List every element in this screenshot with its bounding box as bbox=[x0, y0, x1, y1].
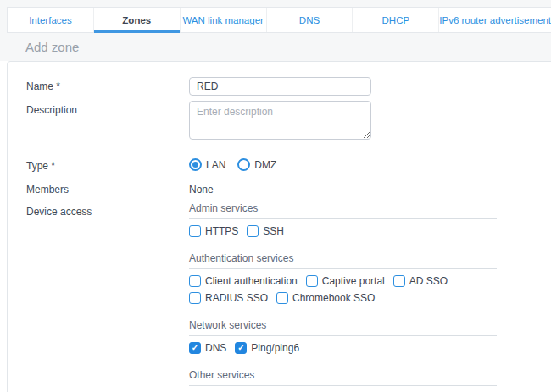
section-title: Admin services bbox=[189, 202, 497, 219]
checkbox-group: HTTPSSSH bbox=[189, 224, 497, 238]
tab-bar: InterfacesZonesWAN link managerDNSDHCPIP… bbox=[7, 7, 551, 33]
type-row: Type * LANDMZ bbox=[26, 157, 551, 172]
checkbox-label: SSH bbox=[263, 224, 284, 238]
section-admin-services: Admin servicesHTTPSSSH bbox=[189, 202, 503, 238]
members-value: None bbox=[189, 180, 551, 196]
section-authentication-services: Authentication servicesClient authentica… bbox=[189, 252, 503, 305]
checkbox-label: Ping/ping6 bbox=[251, 341, 299, 355]
checkbox-captive-portal[interactable] bbox=[306, 275, 318, 287]
checkbox-item-ssh[interactable]: SSH bbox=[247, 224, 284, 238]
checkbox-dns[interactable]: ✓ bbox=[189, 342, 201, 354]
radio-icon[interactable] bbox=[189, 158, 202, 171]
name-input[interactable] bbox=[189, 77, 371, 96]
checkbox-item-client-authentication[interactable]: Client authentication bbox=[189, 274, 298, 288]
checkbox-item-https[interactable]: HTTPS bbox=[189, 224, 238, 238]
checkbox-ad-sso[interactable] bbox=[393, 275, 405, 287]
checkbox-item-ping-ping6[interactable]: ✓Ping/ping6 bbox=[235, 341, 299, 355]
required-mark: * bbox=[56, 80, 60, 92]
tab-ipv6-router-advertisement[interactable]: IPv6 router advertisement bbox=[439, 8, 551, 32]
checkbox-group: ✓DNS✓Ping/ping6 bbox=[189, 341, 497, 355]
checkbox-item-ad-sso[interactable]: AD SSO bbox=[393, 274, 448, 288]
tab-interfaces[interactable]: Interfaces bbox=[8, 8, 94, 32]
checkbox-group: Client authenticationCaptive portalAD SS… bbox=[189, 274, 497, 305]
checkbox-item-radius-sso[interactable]: RADIUS SSO bbox=[189, 291, 268, 305]
checkbox-client-authentication[interactable] bbox=[189, 275, 201, 287]
radio-icon[interactable] bbox=[237, 158, 250, 171]
add-zone-card: Name * Description Type * LANDMZ Members… bbox=[7, 61, 551, 392]
description-input[interactable] bbox=[189, 101, 371, 140]
page-title: Add zone bbox=[25, 40, 79, 54]
checkbox-https[interactable] bbox=[189, 225, 201, 237]
checkbox-label: AD SSO bbox=[409, 274, 448, 288]
subheader: Add zone bbox=[0, 33, 551, 61]
radio-label: LAN bbox=[206, 159, 225, 171]
description-row: Description bbox=[26, 101, 551, 143]
checkbox-item-dns[interactable]: ✓DNS bbox=[189, 341, 226, 355]
checkbox-label: HTTPS bbox=[205, 224, 238, 238]
device-access-row: Device access Admin servicesHTTPSSSHAuth… bbox=[26, 202, 551, 392]
section-title: Other services bbox=[189, 369, 497, 386]
checkbox-label: DNS bbox=[205, 341, 226, 355]
checkbox-label: Chromebook SSO bbox=[292, 291, 375, 305]
checkbox-item-chromebook-sso[interactable]: Chromebook SSO bbox=[276, 291, 375, 305]
name-label: Name * bbox=[26, 77, 189, 92]
section-title: Authentication services bbox=[189, 252, 497, 269]
checkbox-item-captive-portal[interactable]: Captive portal bbox=[306, 274, 385, 288]
checkbox-label: RADIUS SSO bbox=[205, 291, 268, 305]
tab-wan-link-manager[interactable]: WAN link manager bbox=[181, 8, 267, 32]
checkbox-label: Captive portal bbox=[322, 274, 385, 288]
section-network-services: Network services✓DNS✓Ping/ping6 bbox=[189, 319, 503, 355]
checkbox-ping-ping6[interactable]: ✓ bbox=[235, 342, 247, 354]
checkbox-chromebook-sso[interactable] bbox=[276, 292, 288, 304]
device-access-label: Device access bbox=[26, 202, 189, 218]
required-mark: * bbox=[51, 160, 55, 172]
members-row: Members None bbox=[26, 180, 551, 196]
members-label: Members bbox=[26, 180, 189, 196]
checkbox-label: Client authentication bbox=[205, 274, 298, 288]
tab-dhcp[interactable]: DHCP bbox=[353, 8, 439, 32]
type-radio-group: LANDMZ bbox=[189, 157, 551, 171]
radio-option-lan[interactable]: LAN bbox=[189, 158, 225, 171]
type-label: Type * bbox=[26, 157, 189, 172]
radio-option-dmz[interactable]: DMZ bbox=[237, 158, 276, 171]
name-row: Name * bbox=[26, 77, 551, 96]
radio-label: DMZ bbox=[254, 159, 276, 171]
checkbox-ssh[interactable] bbox=[247, 225, 259, 237]
tab-dns[interactable]: DNS bbox=[267, 8, 353, 32]
device-access-sections: Admin servicesHTTPSSSHAuthentication ser… bbox=[189, 202, 503, 392]
checkbox-radius-sso[interactable] bbox=[189, 292, 201, 304]
section-title: Network services bbox=[189, 319, 497, 336]
section-other-services: Other services✓Web proxySSL VPN tunnelWi… bbox=[189, 369, 503, 392]
tab-zones[interactable]: Zones bbox=[94, 8, 181, 32]
description-label: Description bbox=[26, 101, 189, 116]
